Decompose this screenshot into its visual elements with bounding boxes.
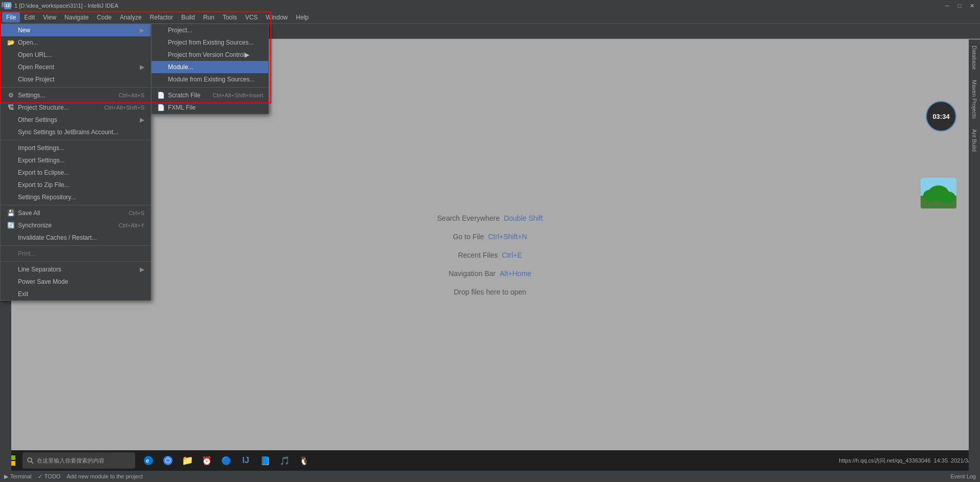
nature-svg <box>921 178 956 208</box>
taskbar-app-chrome[interactable] <box>159 451 177 470</box>
ant-build-panel-label[interactable]: Ant Build <box>970 125 978 156</box>
maven-panel-label[interactable]: Maven Projects <box>970 76 978 123</box>
exit-icon <box>7 290 15 298</box>
menu-item-sync-settings[interactable]: Sync Settings to JetBrains Account... <box>1 126 151 138</box>
new-submenu-project-existing[interactable]: Project from Existing Sources... <box>152 36 268 49</box>
separator-3 <box>1 205 151 205</box>
menu-window[interactable]: Window <box>262 12 292 23</box>
taskbar-app-time[interactable]: ⏰ <box>198 451 216 470</box>
separator-2 <box>1 140 151 140</box>
save-all-shortcut: Ctrl+S <box>129 210 144 216</box>
menu-edit[interactable]: Edit <box>20 12 39 23</box>
terminal-icon: ▶ <box>4 473 8 480</box>
menu-build[interactable]: Build <box>177 12 199 23</box>
menu-item-export-settings[interactable]: Export Settings... <box>1 154 151 166</box>
svg-text:e: e <box>146 457 149 464</box>
new-submenu-module[interactable]: Module... <box>152 61 268 73</box>
event-log-label[interactable]: Event Log <box>950 473 976 479</box>
menu-tools[interactable]: Tools <box>219 12 241 23</box>
navigation-bar-line: Navigation Bar Alt+Home <box>449 269 531 278</box>
taskbar-app-6[interactable]: IJ <box>237 451 255 470</box>
menu-item-synchronize[interactable]: 🔄 Synchronize Ctrl+Alt+Y <box>1 219 151 232</box>
taskbar-app-ie[interactable]: e <box>139 451 158 470</box>
menu-run[interactable]: Run <box>199 12 219 23</box>
menu-item-invalidate-caches[interactable]: Invalidate Caches / Restart... <box>1 232 151 244</box>
minimize-button[interactable]: ─ <box>943 2 951 10</box>
svg-point-15 <box>166 458 170 463</box>
taskbar-url: https://h.qq.cs访问.net/qq_43363046 <box>839 457 930 465</box>
status-text: Add new module to the project <box>67 473 143 479</box>
open-recent-icon <box>7 63 15 71</box>
settings-repo-icon <box>7 193 15 201</box>
new-submenu-scratch[interactable]: 📄 Scratch File Ctrl+Alt+Shift+Insert <box>152 89 268 101</box>
menu-item-exit[interactable]: Exit <box>1 288 151 300</box>
search-everywhere-shortcut: Double Shift <box>504 214 543 222</box>
folder-icon: 📁 <box>182 455 193 466</box>
taskbar-app-7[interactable]: 📘 <box>256 451 274 470</box>
qq-icon: 🐧 <box>299 456 309 466</box>
chinese-label: 新修 <box>1 1 12 9</box>
taskbar-app-folder[interactable]: 📁 <box>178 451 197 470</box>
menu-help[interactable]: Help <box>292 12 313 23</box>
goto-file-shortcut: Ctrl+Shift+N <box>488 233 527 241</box>
menu-view[interactable]: View <box>39 12 60 23</box>
new-submenu-project[interactable]: Project... <box>152 24 268 36</box>
menu-item-power-save-mode[interactable]: Power Save Mode <box>1 276 151 288</box>
database-panel-label[interactable]: Database <box>970 41 978 74</box>
menu-item-close-project-label: Close Project <box>18 76 54 83</box>
menu-item-close-project[interactable]: Close Project <box>1 73 151 86</box>
close-button[interactable]: ✕ <box>968 2 976 10</box>
status-tab-todo[interactable]: ✓ TODO <box>38 473 61 480</box>
app7-icon: 📘 <box>260 456 270 466</box>
menu-vcs[interactable]: VCS <box>241 12 262 23</box>
taskbar-app-5[interactable]: 🔵 <box>217 451 236 470</box>
goto-file-line: Go to File Ctrl+Shift+N <box>453 233 527 241</box>
menu-item-other-settings[interactable]: Other Settings ▶ <box>1 114 151 126</box>
menu-item-save-all-label: Save All <box>18 209 40 217</box>
project-vcs-arrow-icon: ▶ <box>245 51 249 58</box>
other-settings-arrow-icon: ▶ <box>140 116 144 123</box>
menu-item-import-settings[interactable]: Import Settings... <box>1 142 151 154</box>
menu-item-open-url[interactable]: Open URL... <box>1 49 151 61</box>
taskbar-app-8[interactable]: 🎵 <box>275 451 294 470</box>
drop-files-line: Drop files here to open <box>454 288 526 296</box>
menu-item-project-structure[interactable]: 🏗 Project Structure... Ctrl+Alt+Shift+S <box>1 101 151 114</box>
menu-item-settings[interactable]: ⚙ Settings... Ctrl+Alt+S <box>1 89 151 101</box>
taskbar-app-qq[interactable]: 🐧 <box>295 451 313 470</box>
menu-item-open[interactable]: 📂 Open... <box>1 36 151 49</box>
menu-item-export-zip[interactable]: Export to Zip File... <box>1 179 151 191</box>
clock-time: 03:34 <box>932 113 949 120</box>
menu-item-synchronize-label: Synchronize <box>18 222 52 229</box>
menu-file[interactable]: File <box>2 12 20 23</box>
menu-item-line-separators[interactable]: Line Separators ▶ <box>1 263 151 276</box>
power-save-mode-icon <box>7 278 15 286</box>
taskbar-time: 14:35 <box>934 457 948 464</box>
svg-line-10 <box>31 462 33 464</box>
taskbar-search-box[interactable]: 在这里输入你要搜索的内容 <box>23 452 135 469</box>
new-submenu-separator <box>152 87 268 88</box>
windows-taskbar: 在这里输入你要搜索的内容 e 📁 ⏰ 🔵 IJ � <box>0 450 980 471</box>
taskbar-apps: e 📁 ⏰ 🔵 IJ 📘 🎵 🐧 <box>139 451 313 470</box>
new-submenu-scratch-label: Scratch File <box>168 92 200 99</box>
navigation-bar-shortcut: Alt+Home <box>500 269 531 278</box>
menu-item-new[interactable]: New ▶ <box>1 24 151 36</box>
intellij-taskbar-icon: IJ <box>242 456 249 465</box>
menu-item-save-all[interactable]: 💾 Save All Ctrl+S <box>1 207 151 219</box>
menu-code[interactable]: Code <box>93 12 116 23</box>
menu-item-open-recent[interactable]: Open Recent ▶ <box>1 61 151 73</box>
menu-analyze[interactable]: Analyze <box>116 12 146 23</box>
menu-item-export-eclipse-label: Export to Eclipse... <box>18 169 69 176</box>
new-submenu-fxml[interactable]: 📄 FXML File <box>152 101 268 114</box>
status-tab-terminal[interactable]: ▶ Terminal <box>4 473 32 480</box>
recent-files-label: Recent Files <box>458 251 498 259</box>
menu-item-settings-repo[interactable]: Settings Repository... <box>1 191 151 203</box>
maximize-button[interactable]: □ <box>955 2 964 10</box>
print-icon <box>7 249 15 258</box>
menu-navigate[interactable]: Navigate <box>60 12 93 23</box>
menu-item-export-eclipse[interactable]: Export to Eclipse... <box>1 166 151 179</box>
save-all-icon: 💾 <box>7 209 15 217</box>
title-bar: IJ 1 [D:\idea_workspace\31\1] - IntelliJ… <box>0 0 980 11</box>
menu-refactor[interactable]: Refactor <box>146 12 177 23</box>
new-submenu-module-existing[interactable]: Module from Existing Sources... <box>152 73 268 86</box>
new-submenu-project-vcs[interactable]: Project from Version Control ▶ <box>152 49 268 61</box>
